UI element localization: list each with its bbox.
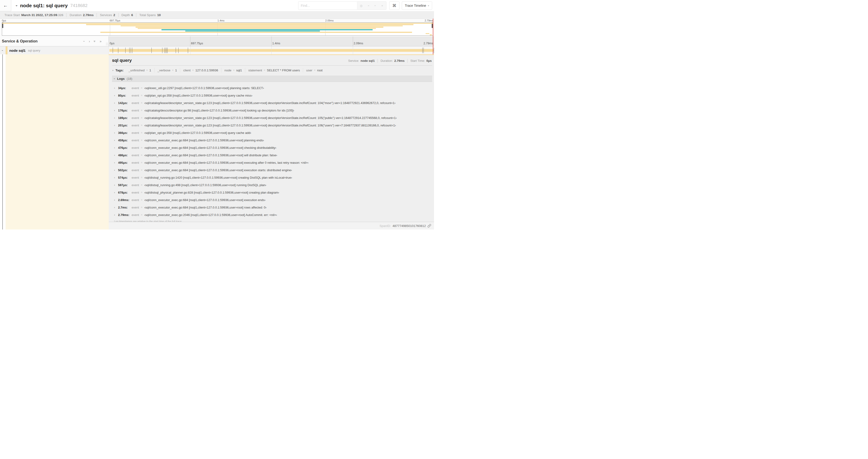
- summary-item: Total Spans10: [136, 13, 164, 17]
- back-button[interactable]: ←: [0, 0, 11, 11]
- ruler-gridline: [190, 36, 190, 46]
- minimap-span-bar[interactable]: [426, 33, 430, 34]
- logs-accordion-header[interactable]: › Logs (18): [112, 75, 432, 82]
- row-gridline: [353, 46, 353, 54]
- log-message: ‹sql/conn_executor_exec.go:684 [nsql1,cl…: [144, 161, 308, 164]
- find-next-chevron-down-icon[interactable]: ›: [374, 4, 377, 7]
- log-entry[interactable]: ›678μs:event=‹sql/distsql_physical_plann…: [112, 189, 432, 196]
- tag-value: sql1: [236, 69, 242, 72]
- tag-item: _verbose=1: [154, 68, 180, 72]
- row-gridline: [190, 46, 190, 54]
- expand-one-chevron-right-icon[interactable]: ›: [89, 40, 90, 43]
- log-entry[interactable]: ›34μs:event=‹sql/exec_util.go:2297 [nsql…: [112, 84, 432, 92]
- log-entry[interactable]: ›574μs:event=‹sql/distsql_running.go:142…: [112, 174, 432, 181]
- summary-item-value: 2.79ms: [83, 13, 94, 17]
- log-entry[interactable]: ›476μs:event=‹sql/conn_executor_exec.go:…: [112, 144, 432, 151]
- view-selector-button[interactable]: Trace Timeline ›: [402, 1, 432, 10]
- equals-sign: =: [141, 101, 142, 104]
- span-detail-panel: sql query Service: node sql1 Duration: 2…: [109, 54, 434, 230]
- chevron-right-icon: ›: [114, 161, 116, 164]
- log-entry[interactable]: ›176μs:event=‹sql/catalog/descs/descript…: [112, 107, 432, 114]
- tags-items: _unfinished=1_verbose=1client=127.0.0.1:…: [126, 68, 326, 72]
- minimap-span-bar[interactable]: [100, 32, 412, 33]
- chevron-right-icon: ›: [114, 214, 116, 216]
- viewport-end-marker[interactable]: [433, 19, 433, 54]
- expand-all-double-chevron-right-icon[interactable]: »: [100, 40, 101, 43]
- minimap-span-bar[interactable]: [161, 29, 373, 30]
- meta-value: node sql1: [361, 59, 375, 63]
- meta-label: Start Time:: [410, 59, 425, 63]
- ruler-tick-label: 1.4ms: [272, 42, 280, 45]
- log-entry[interactable]: ›2.79ms:event=‹sql/conn_executor_exec.go…: [112, 211, 432, 219]
- log-message: ‹sql/catalog/lease/descriptor_version_st…: [144, 124, 396, 127]
- find-input[interactable]: [298, 1, 357, 10]
- find-prev-chevron-up-icon[interactable]: ›: [367, 4, 370, 7]
- chevron-right-icon: ›: [114, 169, 116, 171]
- log-entry[interactable]: ›2.69ms:event=‹sql/conn_executor_exec.go…: [112, 196, 432, 204]
- log-field-key: event: [132, 198, 139, 202]
- log-entry[interactable]: ›495μs:event=‹sql/conn_executor_exec.go:…: [112, 159, 432, 166]
- chevron-right-icon: ›: [114, 109, 116, 112]
- minimap-span-bar[interactable]: [135, 27, 383, 28]
- find-clear-close-icon[interactable]: ×: [380, 4, 384, 7]
- summary-item-value: 2: [114, 13, 115, 17]
- span-service-name: node sql1: [9, 48, 26, 53]
- span-collapse-chevron-down-icon[interactable]: ›: [1, 50, 4, 51]
- tag-value: SELECT * FROM users: [267, 69, 300, 72]
- log-entry[interactable]: ›366μs:event=‹sql/plan_opt.go:358 [nsql1…: [112, 129, 432, 136]
- collapse-trace-chevron-down-icon[interactable]: ›: [15, 5, 19, 6]
- chevron-right-icon: ›: [114, 94, 116, 97]
- log-field-key: event: [132, 183, 139, 187]
- tags-accordion[interactable]: › Tags: _unfinished=1_verbose=1client=12…: [112, 68, 432, 73]
- equals-sign: =: [314, 69, 315, 72]
- minimap-span-bar[interactable]: [86, 24, 413, 25]
- log-field-key: event: [132, 154, 139, 157]
- column-resize-grip[interactable]: [106, 42, 108, 45]
- equals-sign: =: [172, 69, 174, 72]
- span-row-timeline-cell: [109, 46, 434, 54]
- span-row-name-cell[interactable]: › node sql1 sql query: [0, 46, 109, 54]
- logs-section: › Logs (18) ›34μs:event=‹sql/exec_util.g…: [112, 75, 432, 222]
- find-focus-target-icon[interactable]: ◎: [360, 4, 363, 7]
- collapse-one-chevron-down-icon[interactable]: ›: [83, 41, 86, 42]
- minimap-span-bar[interactable]: [2, 23, 433, 24]
- trace-timeline-page: ← › node sql1: sql query 7418682 ◎ › › ×…: [0, 0, 434, 230]
- minimap-axis-label: 0μs: [2, 19, 6, 22]
- minimap-span-bar[interactable]: [430, 34, 432, 35]
- span-color-accent: [6, 46, 7, 54]
- minimap-span-bar[interactable]: [138, 28, 376, 29]
- collapse-all-double-chevron-down-icon[interactable]: »: [93, 40, 96, 42]
- log-timestamp: 142μs:: [118, 101, 130, 105]
- log-timestamp: 201μs:: [118, 124, 130, 127]
- log-message: ‹sql/distsql_running.go:498 [nsql1,clien…: [144, 183, 266, 187]
- summary-item-label: Duration: [69, 13, 82, 17]
- log-entry[interactable]: ›486μs:event=‹sql/conn_executor_exec.go:…: [112, 151, 432, 159]
- equals-sign: =: [146, 69, 148, 72]
- log-entry[interactable]: ›2.7ms:event=‹sql/conn_executor_exec.go:…: [112, 204, 432, 211]
- tag-key: node: [224, 69, 231, 72]
- log-entry[interactable]: ›142μs:event=‹sql/catalog/lease/descript…: [112, 99, 432, 107]
- timeline-ruler: 0μs697.75μs1.4ms2.09ms2.79ms: [109, 36, 434, 46]
- minimap-canvas[interactable]: [2, 22, 433, 36]
- equals-sign: =: [141, 139, 142, 141]
- log-entry[interactable]: ›502μs:event=‹sql/conn_executor_exec.go:…: [112, 166, 432, 174]
- deep-link-icon[interactable]: [428, 224, 431, 228]
- log-event-tick: [424, 47, 424, 53]
- log-entry[interactable]: ›80μs:event=‹sql/plan_opt.go:358 [nsql1,…: [112, 92, 432, 99]
- log-entry[interactable]: ›459μs:event=‹sql/conn_executor_exec.go:…: [112, 136, 432, 144]
- minimap-span-bar[interactable]: [185, 31, 320, 32]
- log-timestamp: 486μs:: [118, 154, 130, 157]
- trace-id: 7418682: [70, 3, 88, 8]
- minimap-span-bar[interactable]: [121, 25, 403, 27]
- log-message: ‹sql/conn_executor_exec.go:684 [nsql1,cl…: [144, 138, 264, 142]
- log-entry[interactable]: ›597μs:event=‹sql/distsql_running.go:498…: [112, 181, 432, 189]
- minimap-axis-label: 2.79ms: [425, 19, 433, 22]
- log-entry[interactable]: ›189μs:event=‹sql/catalog/lease/descript…: [112, 114, 432, 122]
- log-entry[interactable]: ›201μs:event=‹sql/catalog/lease/descript…: [112, 122, 432, 129]
- tag-item: _unfinished=1: [126, 68, 154, 72]
- find-buttons: ◎ › › ×: [357, 1, 386, 10]
- keyboard-shortcuts-button[interactable]: ⌘: [389, 1, 400, 10]
- service-operation-header: Service & Operation › › » »: [0, 36, 109, 46]
- chevron-right-icon: ›: [114, 154, 116, 157]
- log-message: ‹sql/conn_executor_exec.go:684 [nsql1,cl…: [144, 154, 277, 157]
